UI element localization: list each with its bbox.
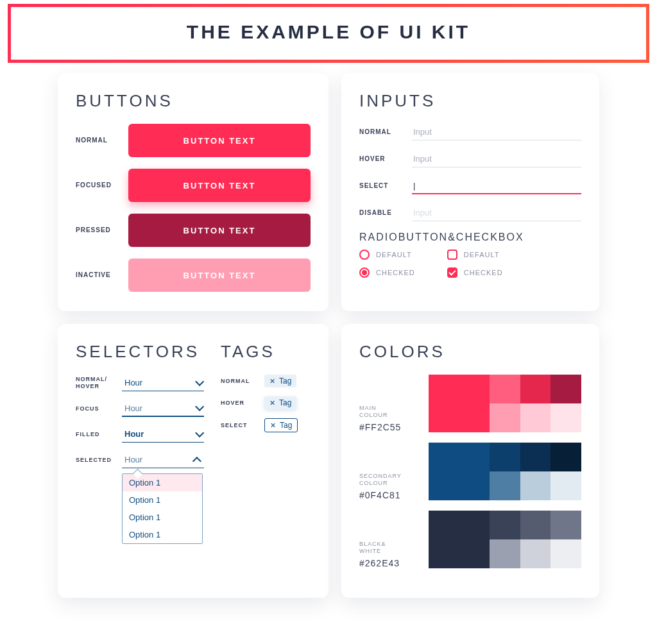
input-row-select: SELECT — [359, 178, 581, 194]
radio-label: CHECKED — [376, 269, 415, 276]
color-swatch — [429, 443, 490, 500]
color-swatch — [520, 539, 551, 568]
checkbox-default[interactable]: DEFAULT — [447, 250, 503, 260]
tag-hover[interactable]: ✕ Tag — [264, 396, 296, 409]
palette-swatches — [429, 443, 581, 500]
dropdown-option[interactable]: Option 1 — [123, 509, 202, 526]
palette-name: BLACK& WHITE — [359, 541, 417, 555]
color-swatch — [550, 375, 581, 403]
state-label: FOCUSED — [76, 182, 115, 189]
button-row-normal: NORMAL BUTTON TEXT — [76, 124, 311, 157]
color-swatch — [520, 375, 551, 403]
palette-row: MAIN COLOUR#FF2C55 — [359, 375, 581, 432]
color-swatch — [550, 511, 581, 539]
button-normal[interactable]: BUTTON TEXT — [128, 124, 311, 157]
select-dropdown: Option 1 Option 1 Option 1 Option 1 — [122, 473, 203, 544]
select-value: Hour — [124, 403, 142, 413]
tag-normal[interactable]: ✕ Tag — [264, 375, 296, 387]
button-row-inactive: INACTIVE BUTTON TEXT — [76, 258, 311, 292]
selectors-column: SELECTORS NORMAL/ HOVER Hour FOCUS Hour — [76, 342, 204, 544]
select-row-focus: FOCUS Hour — [76, 400, 204, 417]
dropdown-option[interactable]: Option 1 — [123, 526, 202, 543]
palette-name: MAIN COLOUR — [359, 405, 417, 419]
radio-icon[interactable] — [359, 267, 370, 278]
checkbox-column: DEFAULT CHECKED — [447, 250, 503, 278]
close-icon[interactable]: ✕ — [269, 399, 275, 407]
selectors-heading: SELECTORS — [76, 342, 204, 362]
checkbox-icon[interactable] — [447, 250, 457, 260]
input-hover[interactable] — [412, 151, 581, 167]
color-swatch — [550, 403, 581, 432]
state-label: HOVER — [221, 400, 257, 407]
selectors-tags-card: SELECTORS NORMAL/ HOVER Hour FOCUS Hour — [58, 324, 328, 598]
checkbox-icon[interactable] — [447, 267, 457, 278]
select-row-selected: SELECTED Hour — [76, 452, 204, 468]
dropdown-option[interactable]: Option 1 — [123, 474, 202, 491]
state-label: FILLED — [76, 431, 114, 438]
radio-default[interactable]: DEFAULT — [359, 250, 415, 260]
radiocheck-heading: RADIOBUTTON&CHECKBOX — [359, 232, 581, 243]
tag-row-normal: NORMAL ✕ Tag — [221, 375, 311, 387]
color-swatch — [550, 471, 581, 500]
checkbox-checked[interactable]: CHECKED — [447, 267, 503, 278]
page-banner: THE EXAMPLE OF UI KIT — [8, 4, 649, 63]
select-normal[interactable]: Hour — [122, 375, 204, 391]
state-label: PRESSED — [76, 226, 115, 234]
color-swatch — [550, 443, 581, 471]
palette-hex: #262E43 — [359, 558, 417, 568]
color-swatch — [490, 539, 520, 568]
input-normal[interactable] — [412, 124, 581, 140]
button-focused[interactable]: BUTTON TEXT — [128, 169, 311, 202]
tags-column: TAGS NORMAL ✕ Tag HOVER ✕ Tag SE — [221, 342, 311, 544]
palette-name: SECONDARY COLOUR — [359, 473, 417, 487]
chevron-down-icon — [195, 402, 204, 411]
state-label: HOVER — [359, 155, 399, 163]
button-row-focused: FOCUSED BUTTON TEXT — [76, 169, 311, 202]
button-pressed[interactable]: BUTTON TEXT — [128, 214, 311, 247]
checkbox-label: DEFAULT — [464, 251, 500, 258]
buttons-heading: BUTTONS — [76, 91, 311, 111]
button-inactive: BUTTON TEXT — [128, 258, 311, 292]
input-select[interactable] — [412, 178, 581, 194]
select-row-filled: FILLED Hour — [76, 426, 204, 443]
inputs-heading: INPUTS — [359, 91, 581, 111]
radio-checked[interactable]: CHECKED — [359, 267, 415, 278]
button-label: BUTTON TEXT — [183, 136, 256, 146]
color-swatch — [490, 375, 520, 403]
chevron-down-icon — [195, 428, 204, 437]
button-row-pressed: PRESSED BUTTON TEXT — [76, 214, 311, 247]
radio-icon[interactable] — [359, 250, 370, 260]
color-swatch — [429, 511, 490, 568]
palette-label: MAIN COLOUR#FF2C55 — [359, 375, 417, 432]
color-swatch — [520, 511, 551, 539]
input-row-normal: NORMAL — [359, 124, 581, 140]
state-label: NORMAL — [76, 137, 115, 144]
state-label: NORMAL/ HOVER — [76, 376, 114, 390]
palette-hex: #0F4C81 — [359, 490, 417, 500]
palette-label: SECONDARY COLOUR#0F4C81 — [359, 443, 417, 500]
select-value: Hour — [124, 429, 144, 439]
color-swatch — [490, 443, 520, 471]
input-row-hover: HOVER — [359, 151, 581, 167]
state-label: SELECT — [359, 182, 399, 190]
radio-column: DEFAULT CHECKED — [359, 250, 415, 278]
inputs-card: INPUTS NORMAL HOVER SELECT DISABLE RADIO… — [341, 73, 599, 311]
select-focus[interactable]: Hour — [122, 400, 204, 417]
select-filled[interactable]: Hour — [122, 426, 204, 443]
select-selected[interactable]: Hour — [122, 452, 204, 468]
color-swatch — [490, 471, 520, 500]
dropdown-option[interactable]: Option 1 — [123, 491, 202, 509]
state-label: INACTIVE — [76, 271, 115, 279]
close-icon[interactable]: ✕ — [270, 421, 276, 430]
colors-card: COLORS MAIN COLOUR#FF2C55SECONDARY COLOU… — [341, 324, 599, 598]
color-swatch — [490, 403, 520, 432]
color-swatch — [520, 443, 551, 471]
state-label: DISABLE — [359, 209, 399, 217]
color-swatch — [520, 471, 551, 500]
state-label: NORMAL — [359, 128, 399, 136]
tag-select[interactable]: ✕ Tag — [264, 418, 298, 432]
checkbox-label: CHECKED — [464, 269, 503, 276]
close-icon[interactable]: ✕ — [269, 377, 275, 386]
chevron-up-icon — [192, 457, 201, 466]
tag-row-select: SELECT ✕ Tag — [221, 418, 311, 432]
